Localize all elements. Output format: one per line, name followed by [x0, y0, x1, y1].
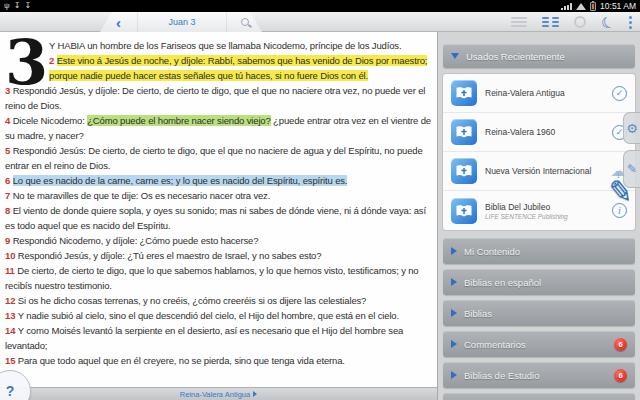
verse-8[interactable]: 8 El viento de donde quiere sopla, y oye… [5, 203, 431, 233]
verse-number: 6 [5, 175, 13, 186]
sidebar-section-mi-contenido[interactable]: Mi Contenido [443, 238, 635, 264]
status-right-icons: 10:51 AM [561, 0, 636, 12]
sidebar-section-biblias[interactable]: Biblias [443, 300, 635, 326]
verse-text-run: No te maravilles de que te dije: Os es n… [13, 190, 271, 201]
check-circle-icon[interactable]: ✓ [612, 86, 627, 101]
highlighted-text: ¿Cómo puede el hombre nacer siendo viejo… [87, 115, 270, 126]
search-icon [241, 18, 249, 26]
verse-number: 3 [5, 85, 13, 96]
sidebar-section-commentarios[interactable]: Commentarios6 [443, 331, 635, 357]
overflow-dots-icon[interactable] [629, 16, 632, 29]
wifi-icon [576, 3, 586, 10]
count-badge: 6 [614, 369, 627, 382]
search-button[interactable] [226, 12, 262, 32]
version-name: Reina-Valera 1960 [485, 127, 604, 137]
notes-handle[interactable]: ✎ [623, 150, 640, 188]
verse-5[interactable]: 5 Respondió Jesús: De cierto, de cierto … [5, 143, 431, 173]
bible-version-icon [451, 158, 477, 184]
version-publisher: LIFE SENTENCE Publishing [485, 213, 604, 220]
versions-sidebar: Usados Recientemente Reina-Valera Antigu… [437, 32, 640, 400]
chevron-right-icon [451, 309, 457, 317]
verse-14[interactable]: 14 Y como Moisés levantó la serpiente en… [5, 323, 431, 353]
night-mode-moon-icon[interactable]: ☾ [599, 13, 616, 31]
verse-7[interactable]: 7 No te maravilles de que te dije: Os es… [5, 188, 431, 203]
verse-4[interactable]: 4 Dicele Nicodemo: ¿Cómo puede el hombre… [5, 113, 431, 143]
verse-11[interactable]: 11 De cierto, de cierto te digo, que lo … [5, 263, 431, 293]
version-text: Reina-Valera 1960 [485, 127, 604, 137]
back-button[interactable]: ‹ [100, 12, 138, 32]
verse-text-run: Para que todo aquel que en él creyere, n… [18, 355, 345, 366]
version-selector-label: Reina-Valera Antigua [180, 390, 250, 399]
verse-text-run: Respondió Jesús: De cierto, de cierto te… [5, 145, 423, 171]
version-selector-bar[interactable]: Reina-Valera Antigua [0, 387, 437, 400]
version-name: Nueva Versión Internacional [485, 166, 601, 176]
chapter-dropcap: 3 [5, 38, 45, 83]
section-label: Biblias de Estudio [464, 370, 540, 381]
sidebar-sections: Mi ContenidoBiblias en españolBibliasCom… [438, 238, 640, 400]
parallel-list-icon[interactable] [542, 17, 559, 27]
verse-text-run: Y HABIA un hombre de los Fariseos que se… [49, 40, 401, 51]
menu-lines-icon[interactable] [511, 17, 527, 27]
count-badge: 6 [614, 338, 627, 351]
version-text: Biblia Del JubileoLIFE SENTENCE Publishi… [485, 202, 604, 220]
verse-text-run: Y como Moisés levantó la serpiente en el… [5, 325, 403, 351]
verse-text-run: Respondió Nicodemo, y díjole: ¿Cómo pued… [13, 235, 259, 246]
verse-text-run: Respondió Jesús, y díjole: De cierto, de… [5, 85, 425, 111]
verse-number: 13 [5, 310, 18, 321]
recently-used-header[interactable]: Usados Recientemente [443, 44, 635, 68]
bible-version-icon [451, 80, 477, 106]
verse-12[interactable]: 12 Si os he dicho cosas terrenas, y no c… [5, 293, 431, 308]
version-row[interactable]: Reina-Valera 1960✓ [443, 113, 635, 152]
pencil-icon: ✎ [627, 162, 637, 176]
version-row[interactable]: Biblia Del JubileoLIFE SENTENCE Publishi… [443, 191, 635, 230]
version-name: Biblia Del Jubileo [485, 202, 604, 212]
version-row[interactable]: Nueva Versión Internacional☁↓ [443, 152, 635, 191]
chevron-right-icon [451, 371, 457, 379]
recent-versions-list: Reina-Valera Antigua✓Reina-Valera 1960✓N… [443, 74, 635, 230]
verse-9[interactable]: 9 Respondió Nicodemo, y díjole: ¿Cómo pu… [5, 233, 431, 248]
toolbar-actions: ☾ [511, 12, 632, 32]
chevron-right-icon [253, 391, 257, 397]
bible-version-icon [451, 119, 477, 145]
verse-number: 7 [5, 190, 13, 201]
verse-15[interactable]: 15 Para que todo aquel que en él creyere… [5, 353, 431, 368]
sidebar-section-partial[interactable]: 6 [443, 393, 635, 400]
download-icon: ↧ [14, 1, 21, 11]
sidebar-section-biblias-en-español[interactable]: Biblias en español [443, 269, 635, 295]
gear-icon: ⚙ [626, 121, 638, 136]
chevron-right-icon [451, 340, 457, 348]
verse-1[interactable]: Y HABIA un hombre de los Fariseos que se… [5, 38, 431, 53]
verse-number: 4 [5, 115, 13, 126]
scripture-panel[interactable]: 3 Y HABIA un hombre de los Fariseos que … [0, 32, 437, 400]
verse-13[interactable]: 13 Y nadie subió al cielo, sino el que d… [5, 308, 431, 323]
verse-2[interactable]: 2 Este vino á Jesús de noche, y díjole: … [5, 53, 431, 83]
sync-circle-icon[interactable] [574, 16, 586, 28]
version-row[interactable]: Reina-Valera Antigua✓ [443, 74, 635, 113]
recently-used-label: Usados Recientemente [466, 51, 565, 62]
bible-app-screen: ψ ↧ ↧ 10:51 AM ‹ Juan 3 ☾ [0, 0, 640, 400]
info-circle-icon[interactable]: i [612, 203, 627, 218]
reader-settings-handle[interactable]: ⚙ [623, 112, 640, 144]
chevron-down-icon [451, 53, 459, 59]
chevron-right-icon [451, 278, 457, 286]
download-icon: ↧ [24, 1, 31, 11]
verse-number: 10 [5, 250, 18, 261]
version-text: Nueva Versión Internacional [485, 166, 601, 176]
sidebar-section-biblias-de-estudio[interactable]: Biblias de Estudio6 [443, 362, 635, 388]
highlighted-text: Este vino á Jesús de noche, y díjole: Ra… [49, 55, 427, 81]
verse-6[interactable]: 6 Lo que es nacido de la carne, carne es… [5, 173, 431, 188]
status-left-icons: ψ ↧ ↧ [4, 0, 31, 12]
toolbar: ‹ Juan 3 ☾ [0, 12, 640, 32]
verse-number: 8 [5, 205, 13, 216]
bible-version-icon [451, 198, 477, 224]
battery-icon [590, 2, 596, 11]
highlighted-text: Lo que es nacido de la carne, carne es; … [13, 175, 348, 186]
verse-number: 2 [49, 55, 57, 66]
verse-text-run: Dicele Nicodemo: [13, 115, 88, 126]
section-label: Commentarios [464, 339, 526, 350]
verse-3[interactable]: 3 Respondió Jesús, y díjole: De cierto, … [5, 83, 431, 113]
chapter-tab: ‹ Juan 3 [100, 12, 262, 32]
verse-number: 14 [5, 325, 18, 336]
chapter-title[interactable]: Juan 3 [138, 12, 226, 32]
verse-10[interactable]: 10 Respondió Jesús, y díjole: ¿Tú eres e… [5, 248, 431, 263]
